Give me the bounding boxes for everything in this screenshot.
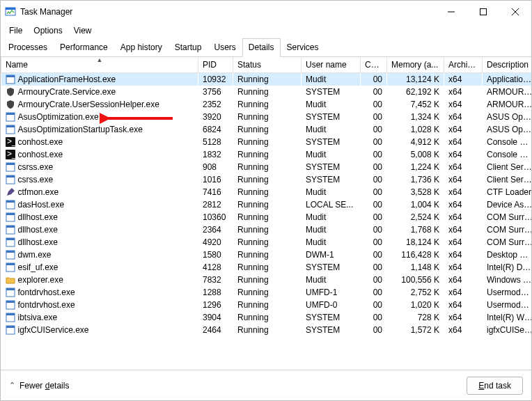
cell-user: Mudit xyxy=(302,73,361,86)
col-user[interactable]: User name xyxy=(302,57,361,73)
cell-memory: 728 K xyxy=(387,311,444,324)
table-row[interactable]: ibtsiva.exe3904RunningSYSTEM00728 Kx64In… xyxy=(1,311,532,324)
table-row[interactable]: ApplicationFrameHost.exe10932RunningMudi… xyxy=(1,73,532,86)
cell-user: SYSTEM xyxy=(302,261,361,274)
table-row[interactable]: dllhost.exe4920RunningMudit0018,124 Kx64… xyxy=(1,236,532,249)
svg-rect-1 xyxy=(6,8,15,10)
cell-pid: 2364 xyxy=(198,223,233,236)
cell-arch: x64 xyxy=(444,261,483,274)
process-icon xyxy=(6,175,15,184)
chevron-up-icon: ⌃ xyxy=(9,381,15,390)
table-row[interactable]: esif_uf.exe4128RunningSYSTEM001,148 Kx64… xyxy=(1,261,532,274)
cell-pid: 2464 xyxy=(198,324,233,336)
table-row[interactable]: ArmouryCrate.Service.exe3756RunningSYSTE… xyxy=(1,86,532,98)
cell-status: Running xyxy=(233,111,302,123)
maximize-button[interactable] xyxy=(467,1,499,23)
table-row[interactable]: explorer.exe7832RunningMudit00100,556 Kx… xyxy=(1,274,532,286)
cell-arch: x64 xyxy=(444,274,483,286)
cell-memory: 1,736 K xyxy=(387,173,444,186)
col-name[interactable]: ▲Name xyxy=(1,57,198,73)
table-row[interactable]: csrss.exe1016RunningSYSTEM001,736 Kx64Cl… xyxy=(1,173,532,186)
cell-name: AsusOptimizationStartupTask.exe xyxy=(1,123,198,136)
table-row[interactable]: csrss.exe908RunningSYSTEM001,224 Kx64Cli… xyxy=(1,161,532,173)
cell-desc: Client Server R xyxy=(483,173,532,186)
cell-desc: Desktop Wind xyxy=(483,249,532,261)
table-row[interactable]: >_conhost.exe5128RunningSYSTEM004,912 Kx… xyxy=(1,136,532,148)
tab-processes[interactable]: Processes xyxy=(2,38,54,57)
cell-status: Running xyxy=(233,86,302,98)
table-row[interactable]: ArmouryCrate.UserSessionHelper.exe2352Ru… xyxy=(1,98,532,111)
cell-arch: x64 xyxy=(444,148,483,161)
table-row[interactable]: igfxCUIService.exe2464RunningSYSTEM001,5… xyxy=(1,324,532,336)
cell-desc: ASUS Optimiz xyxy=(483,111,532,123)
end-task-button[interactable]: End task xyxy=(467,377,523,395)
cell-name: dwm.exe xyxy=(1,249,198,261)
tab-details[interactable]: Details xyxy=(242,38,281,57)
cell-status: Running xyxy=(233,223,302,236)
cell-user: Mudit xyxy=(302,211,361,223)
cell-user: UMFD-1 xyxy=(302,286,361,299)
process-icon xyxy=(6,87,15,97)
col-desc[interactable]: Description xyxy=(483,57,532,73)
cell-status: Running xyxy=(233,311,302,324)
fewer-details-toggle[interactable]: ⌃ Fewer details xyxy=(9,381,467,391)
table-row[interactable]: AsusOptimizationStartupTask.exe6824Runni… xyxy=(1,123,532,136)
cell-user: SYSTEM xyxy=(302,311,361,324)
cell-cpu: 00 xyxy=(361,324,387,336)
minimize-button[interactable] xyxy=(435,1,467,23)
cell-pid: 1832 xyxy=(198,148,233,161)
table-row[interactable]: AsusOptimization.exe3920RunningSYSTEM001… xyxy=(1,111,532,123)
table-row[interactable]: fontdrvhost.exe1296RunningUMFD-0001,020 … xyxy=(1,299,532,311)
cell-status: Running xyxy=(233,98,302,111)
menu-file[interactable]: File xyxy=(5,24,26,38)
process-icon xyxy=(6,200,15,210)
cell-user: Mudit xyxy=(302,186,361,198)
svg-rect-7 xyxy=(6,75,15,77)
tab-services[interactable]: Services xyxy=(281,38,325,57)
process-icon xyxy=(6,250,15,260)
cell-cpu: 00 xyxy=(361,186,387,198)
cell-desc: Windows Expl xyxy=(483,274,532,286)
cell-user: Mudit xyxy=(302,274,361,286)
col-cpu[interactable]: CPU xyxy=(361,57,387,73)
cell-memory: 100,556 K xyxy=(387,274,444,286)
table-row[interactable]: >_conhost.exe1832RunningMudit005,008 Kx6… xyxy=(1,148,532,161)
cell-desc: Application Fr xyxy=(483,73,532,86)
tab-performance[interactable]: Performance xyxy=(54,38,114,57)
table-row[interactable]: dasHost.exe2812RunningLOCAL SE...001,004… xyxy=(1,198,532,211)
menu-view[interactable]: View xyxy=(70,24,96,38)
cell-desc: Usermode For xyxy=(483,299,532,311)
close-button[interactable] xyxy=(499,1,531,23)
cell-status: Running xyxy=(233,274,302,286)
process-table: ▲Name PID Status User name CPU Memory (a… xyxy=(1,57,531,336)
tab-users[interactable]: Users xyxy=(208,38,242,57)
cell-desc: ARMOURY CR xyxy=(483,86,532,98)
tab-startup[interactable]: Startup xyxy=(169,38,208,57)
svg-rect-19 xyxy=(6,175,15,178)
menu-options[interactable]: Options xyxy=(29,24,66,38)
cell-cpu: 00 xyxy=(361,311,387,324)
process-icon xyxy=(6,275,15,285)
process-icon xyxy=(6,187,15,197)
col-status[interactable]: Status xyxy=(233,57,302,73)
table-row[interactable]: fontdrvhost.exe1288RunningUMFD-1002,752 … xyxy=(1,286,532,299)
cell-name: dllhost.exe xyxy=(1,223,198,236)
cell-cpu: 00 xyxy=(361,286,387,299)
col-memory[interactable]: Memory (a... xyxy=(387,57,444,73)
col-arch[interactable]: Archite... xyxy=(444,57,483,73)
col-pid[interactable]: PID xyxy=(198,57,233,73)
cell-pid: 5128 xyxy=(198,136,233,148)
cell-name: ibtsiva.exe xyxy=(1,311,198,324)
cell-user: SYSTEM xyxy=(302,324,361,336)
table-row[interactable]: dllhost.exe10360RunningMudit002,524 Kx64… xyxy=(1,211,532,223)
cell-memory: 2,752 K xyxy=(387,286,444,299)
cell-desc: CTF Loader xyxy=(483,186,532,198)
cell-arch: x64 xyxy=(444,86,483,98)
cell-memory: 116,428 K xyxy=(387,249,444,261)
cell-user: UMFD-0 xyxy=(302,299,361,311)
table-row[interactable]: dllhost.exe2364RunningMudit001,768 Kx64C… xyxy=(1,223,532,236)
table-row[interactable]: dwm.exe1580RunningDWM-100116,428 Kx64Des… xyxy=(1,249,532,261)
table-row[interactable]: ctfmon.exe7416RunningMudit003,528 Kx64CT… xyxy=(1,186,532,198)
cell-name: fontdrvhost.exe xyxy=(1,286,198,299)
tab-app-history[interactable]: App history xyxy=(114,38,169,57)
